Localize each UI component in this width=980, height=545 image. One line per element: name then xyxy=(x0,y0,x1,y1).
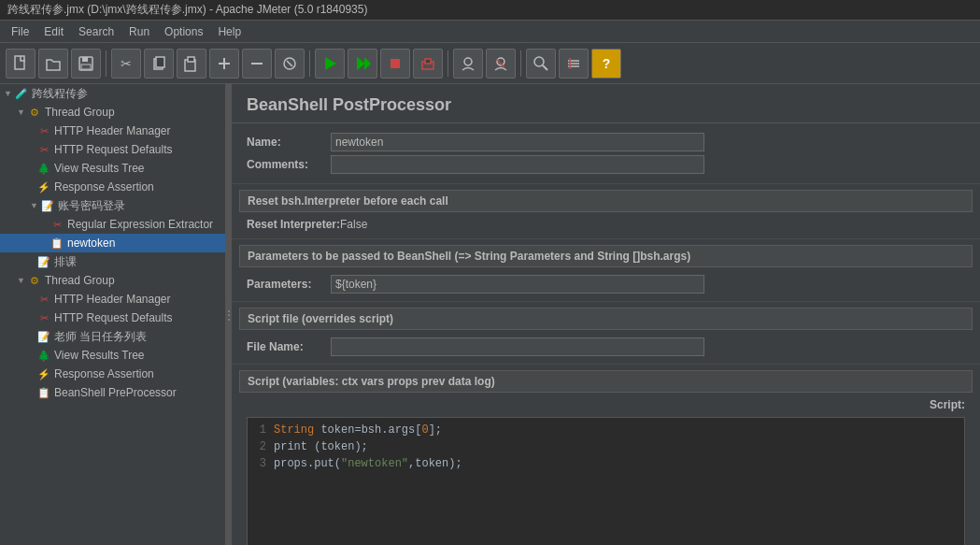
toggle-button[interactable] xyxy=(275,49,305,79)
shutdown-button[interactable] xyxy=(413,49,443,79)
name-row: Name: xyxy=(247,133,965,151)
icon-view-results1: 🌲 xyxy=(36,161,51,176)
params-label: Parameters: xyxy=(247,278,331,291)
tree-item-response-assert2[interactable]: ⚡ Response Assertion xyxy=(0,365,225,383)
file-name-input[interactable] xyxy=(331,337,704,356)
cut-button[interactable]: ✂ xyxy=(111,49,141,79)
menu-file[interactable]: File xyxy=(4,23,36,40)
reset-interpreter-value: False xyxy=(340,218,367,231)
svg-rect-2 xyxy=(82,57,88,62)
search-toolbar-button[interactable] xyxy=(526,49,556,79)
menu-search[interactable]: Search xyxy=(71,23,121,40)
comments-row: Comments: xyxy=(247,155,965,174)
start-no-pause-button[interactable] xyxy=(348,49,377,79)
tree-item-task-list[interactable]: 📝 老师 当日任务列表 xyxy=(0,327,225,346)
icon-http-defaults2: ✂ xyxy=(36,310,51,325)
menu-edit[interactable]: Edit xyxy=(36,23,71,40)
icon-root: 🧪 xyxy=(14,86,29,101)
save-button[interactable] xyxy=(71,49,101,79)
params-input[interactable] xyxy=(331,275,704,294)
icon-http-header2: ✂ xyxy=(36,292,51,307)
arrow-acct-grp: ▼ xyxy=(30,201,38,210)
arrow-response-assert2 xyxy=(30,369,35,379)
new-button[interactable] xyxy=(6,49,36,79)
label-response-assert1: Response Assertion xyxy=(54,180,154,194)
tree-item-tg1[interactable]: ▼ ⚙ Thread Group xyxy=(0,103,225,122)
plain-3b: ,token); xyxy=(408,457,462,470)
arrow-newtoken xyxy=(43,238,48,248)
menu-options[interactable]: Options xyxy=(157,23,210,40)
svg-point-22 xyxy=(534,57,544,66)
tree-item-root[interactable]: ▼ 🧪 跨线程传参 xyxy=(0,84,225,103)
comments-input[interactable] xyxy=(331,155,704,174)
tree-item-newtoken[interactable]: 📋 newtoken xyxy=(0,234,225,252)
tree-item-paike[interactable]: 📝 排课 xyxy=(0,252,225,271)
name-input[interactable] xyxy=(331,133,704,151)
script-section: Script (variables: ctx vars props prev d… xyxy=(232,365,980,545)
svg-marker-13 xyxy=(325,57,336,70)
icon-tg1: ⚙ xyxy=(27,105,42,120)
reset-row: Reset Interpreter: False xyxy=(239,214,973,235)
icon-regex: ✂ xyxy=(50,217,64,232)
svg-rect-16 xyxy=(391,59,400,68)
code-line-3: props.put("newtoken",token); xyxy=(274,455,960,472)
icon-paike: 📝 xyxy=(36,254,51,269)
tree-item-tg2[interactable]: ▼ ⚙ Thread Group xyxy=(0,271,225,290)
menu-run[interactable]: Run xyxy=(121,23,157,40)
tree-item-acct-grp[interactable]: ▼ 📝 账号密码登录 xyxy=(0,196,225,215)
tree-item-beanshell-pre[interactable]: 📋 BeanShell PreProcessor xyxy=(0,383,225,402)
help-toolbar-button[interactable]: ? xyxy=(591,49,621,79)
tree-item-http-header2[interactable]: ✂ HTTP Header Manager xyxy=(0,290,225,308)
sep2 xyxy=(309,50,310,77)
toolbar: ✂ ? xyxy=(0,43,980,84)
start-button[interactable] xyxy=(315,49,345,79)
script-file-header: Script file (overrides script) xyxy=(239,308,973,330)
icon-view-results2: 🌲 xyxy=(36,348,51,363)
arrow-view-results2 xyxy=(30,351,35,360)
menu-help[interactable]: Help xyxy=(210,23,249,40)
plain-2: print (token); xyxy=(274,440,368,453)
clear-all-button[interactable] xyxy=(559,49,589,79)
paste-button[interactable] xyxy=(177,49,206,79)
stop-button[interactable] xyxy=(380,49,410,79)
code-content: String token=bsh.args[0]; print (token);… xyxy=(274,422,960,545)
tree-item-http-defaults2[interactable]: ✂ HTTP Request Defaults xyxy=(0,308,225,327)
script-file-section: Script file (overrides script) File Name… xyxy=(232,302,980,365)
icon-tg2: ⚙ xyxy=(27,273,42,288)
remote-start-button[interactable] xyxy=(453,49,483,79)
svg-point-19 xyxy=(464,58,472,65)
svg-line-12 xyxy=(287,61,292,66)
label-acct-grp: 账号密码登录 xyxy=(58,198,125,214)
svg-rect-0 xyxy=(15,56,24,69)
script-area[interactable]: 1 2 3 String token=bsh.args[0]; print (t… xyxy=(247,417,965,545)
title-text: 跨线程传参.jmx (D:\jmx\跨线程传参.jmx) - Apache JM… xyxy=(7,2,367,18)
main-layout: ▼ 🧪 跨线程传参 ▼ ⚙ Thread Group ✂ HTTP Header… xyxy=(0,84,980,545)
arrow-http-header2 xyxy=(30,294,35,304)
label-http-header1: HTTP Header Manager xyxy=(54,124,171,137)
tree-item-view-results1[interactable]: 🌲 View Results Tree xyxy=(0,159,225,178)
arrow-http-defaults2 xyxy=(30,313,35,323)
title-bar: 跨线程传参.jmx (D:\jmx\跨线程传参.jmx) - Apache JM… xyxy=(0,0,980,21)
svg-marker-14 xyxy=(357,57,365,70)
label-response-assert2: Response Assertion xyxy=(54,367,154,380)
label-beanshell-pre: BeanShell PreProcessor xyxy=(54,386,177,399)
open-button[interactable] xyxy=(38,49,68,79)
remote-stop-button[interactable] xyxy=(486,49,516,79)
tree-item-regex[interactable]: ✂ Regular Expression Extractor xyxy=(0,215,225,234)
name-label: Name: xyxy=(247,136,331,149)
arrow-paike xyxy=(30,257,35,266)
tree-item-response-assert1[interactable]: ⚡ Response Assertion xyxy=(0,178,225,196)
arrow-response-assert1 xyxy=(30,182,35,192)
add-button[interactable] xyxy=(209,49,239,79)
icon-response-assert2: ⚡ xyxy=(36,366,51,381)
tree-item-http-defaults1[interactable]: ✂ HTTP Request Defaults xyxy=(0,140,225,159)
tree-item-http-header1[interactable]: ✂ HTTP Header Manager xyxy=(0,122,225,140)
sep3 xyxy=(447,50,448,77)
copy-button[interactable] xyxy=(144,49,174,79)
label-http-defaults2: HTTP Request Defaults xyxy=(54,311,173,324)
remove-button[interactable] xyxy=(242,49,272,79)
params-header: Parameters to be passed to BeanShell (=>… xyxy=(239,245,973,267)
label-newtoken: newtoken xyxy=(67,237,115,250)
tree-item-view-results2[interactable]: 🌲 View Results Tree xyxy=(0,346,225,365)
reset-header: Reset bsh.Interpreter before each call xyxy=(239,190,973,212)
